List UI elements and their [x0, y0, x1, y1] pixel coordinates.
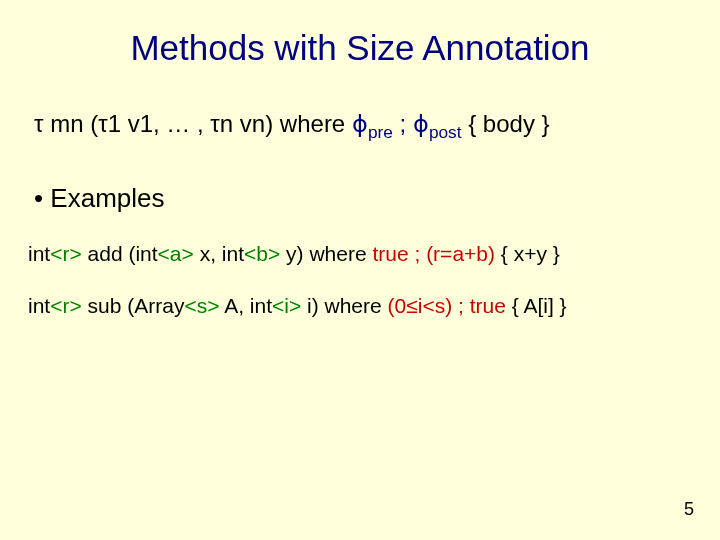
ex2-s: <s>	[184, 294, 219, 317]
ex2-b: sub (Array	[82, 294, 185, 317]
ex2-e: { A[i] }	[506, 294, 567, 317]
ex1-bb: <b>	[244, 242, 280, 265]
ex1-b: add (int	[82, 242, 158, 265]
example-add: int<r> add (int<a> x, int<b> y) where tr…	[28, 242, 692, 266]
slide-title: Methods with Size Annotation	[28, 28, 692, 68]
sig-close-where: ) where	[265, 110, 352, 137]
examples-heading: • Examples	[34, 183, 692, 214]
ex2-i: <i>	[272, 294, 301, 317]
page-number: 5	[684, 499, 694, 520]
phi-post: ϕpost	[413, 110, 462, 137]
ex1-aa: <a>	[158, 242, 194, 265]
ex2-d: i) where	[301, 294, 387, 317]
sig-mn: mn (	[43, 110, 98, 137]
sig-tail: { body }	[462, 110, 550, 137]
post-sub: post	[429, 122, 462, 142]
ex1-r: <r>	[50, 242, 82, 265]
phi-pre: ϕpre	[352, 110, 393, 137]
ex1-cond: true ; (r=a+b)	[372, 242, 495, 265]
pre-sub: pre	[368, 122, 393, 142]
method-signature: τ mn (τ1 v1, … , τn vn) where ϕpre ; ϕpo…	[34, 110, 692, 143]
sig-sep: ;	[393, 110, 413, 137]
sig-params: τ1 v1, … , τn vn	[98, 110, 265, 137]
ex1-e: { x+y }	[495, 242, 560, 265]
ex2-r: <r>	[50, 294, 82, 317]
ex2-cond: (0≤i<s) ; true	[388, 294, 506, 317]
example-sub: int<r> sub (Array<s> A, int<i> i) where …	[28, 294, 692, 318]
ex1-d: y) where	[280, 242, 372, 265]
ex2-c: A, int	[219, 294, 272, 317]
phi1: ϕ	[352, 110, 368, 137]
ex1-a: int	[28, 242, 50, 265]
ex1-c: x, int	[194, 242, 244, 265]
phi2: ϕ	[413, 110, 429, 137]
slide: Methods with Size Annotation τ mn (τ1 v1…	[0, 0, 720, 540]
ex2-a: int	[28, 294, 50, 317]
